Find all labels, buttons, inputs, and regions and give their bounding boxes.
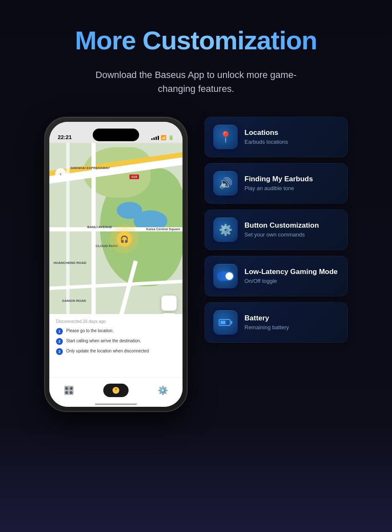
battery-fill <box>220 321 226 324</box>
battery-title: Battery <box>244 314 339 322</box>
finding-text: Finding My Earbuds Play an audible tone <box>244 175 339 192</box>
locations-desc: Earbuds locations <box>244 139 339 146</box>
instruction-list: 1 Please go to the location. 2 Start cal… <box>56 328 176 355</box>
gaming-text: Low-Latency Gaming Mode On/Off toggle <box>244 267 339 285</box>
toggle-icon <box>217 271 234 281</box>
locations-title: Locations <box>244 128 339 137</box>
toggle-knob <box>226 272 233 280</box>
wifi-icon: 📶 <box>161 135 166 140</box>
subtitle: Download the Baseus App to unlock more g… <box>91 68 301 96</box>
main-title: More Customization <box>75 25 317 55</box>
status-icons: 📶 🔋 <box>151 135 174 140</box>
feature-card-finding: 🔊 Finding My Earbuds Play an audible ton… <box>204 163 348 204</box>
speaker-icon: 🔊 <box>219 177 232 190</box>
features-list: 📍 Locations Earbuds locations 🔊 Finding … <box>204 117 348 343</box>
locations-text: Locations Earbuds locations <box>244 128 339 146</box>
tab-equalizer[interactable]: 🎛️ <box>64 385 74 395</box>
battery-icon <box>219 319 232 326</box>
instr-num-2: 2 <box>56 338 63 345</box>
feature-card-button: ⚙️ Button Customization Set your own com… <box>204 210 348 250</box>
finding-title: Finding My Earbuds <box>244 175 339 183</box>
map-label-expressway: SHENHAI EXPRESSWAY <box>70 166 110 170</box>
battery-tip <box>231 321 232 324</box>
instr-text-2: Start calling when arrive the destinatio… <box>66 338 141 344</box>
tab-settings[interactable]: ⚙️ <box>158 385 168 395</box>
location-pin-icon: 📍 <box>219 131 232 144</box>
pin-icon: 🎧 <box>120 235 129 243</box>
battery-desc: Remaining battery <box>244 324 339 331</box>
instr-num-3: 3 <box>56 348 63 355</box>
tab-bar: 🎛️ 📍 ⚙️ <box>49 377 183 407</box>
locate-button[interactable]: ⊕ <box>161 296 177 311</box>
battery-icon-wrap <box>213 310 238 335</box>
locations-icon-wrap: 📍 <box>213 125 238 149</box>
gaming-title: Low-Latency Gaming Mode <box>244 267 339 276</box>
dynamic-island <box>93 129 139 141</box>
feature-card-locations: 📍 Locations Earbuds locations <box>204 117 348 157</box>
content-area: 22:21 📶 🔋 <box>17 117 375 412</box>
page-wrapper: More Customization Download the Baseus A… <box>0 0 392 532</box>
instr-num-1: 1 <box>56 328 63 335</box>
battery-status-icon: 🔋 <box>168 135 174 140</box>
map-label-kaisa: Kaisa Central Square <box>146 227 180 231</box>
highway-badge: G15 <box>129 175 139 179</box>
gear-icon: ⚙️ <box>219 223 232 236</box>
gaming-desc: On/Off toggle <box>244 278 339 285</box>
status-time: 22:21 <box>58 134 72 140</box>
home-indicator <box>95 403 137 405</box>
location-pin: 🎧 <box>117 231 132 247</box>
instruction-item-1: 1 Please go to the location. <box>56 328 176 335</box>
finding-desc: Play an audible tone <box>244 185 339 192</box>
battery-body <box>219 319 231 326</box>
battery-text: Battery Remaining battery <box>244 314 339 331</box>
gaming-icon-wrap <box>213 264 238 288</box>
disconnected-text: Disconnected 26 days ago <box>56 319 176 324</box>
button-desc: Set your own commands <box>244 231 339 239</box>
instr-text-1: Please go to the location. <box>66 328 113 334</box>
map-back-button[interactable]: ‹ <box>55 168 66 179</box>
map-label-gangxi: GANGXI ROAD <box>62 299 86 303</box>
phone-screen: 22:21 📶 🔋 <box>49 122 183 407</box>
button-title: Button Customization <box>244 221 339 230</box>
feature-card-battery: Battery Remaining battery <box>204 302 348 343</box>
map-label-banli: BANLI AVENUE <box>87 225 112 229</box>
phone-shell: 22:21 📶 🔋 <box>44 117 188 412</box>
signal-bars-icon <box>151 136 159 140</box>
tab-location-active[interactable]: 📍 <box>103 384 129 397</box>
instruction-item-2: 2 Start calling when arrive the destinat… <box>56 338 176 345</box>
instr-text-3: Only update the location when disconnect… <box>66 348 149 354</box>
phone-mockup: 22:21 📶 🔋 <box>44 117 188 412</box>
button-icon-wrap: ⚙️ <box>213 218 238 242</box>
map-label-huancheng: HUANCHENG ROAD <box>54 261 86 265</box>
finding-icon-wrap: 🔊 <box>213 171 238 196</box>
tab-active-dot: 📍 <box>113 387 119 394</box>
instruction-item-3: 3 Only update the location when disconne… <box>56 348 176 355</box>
button-text: Button Customization Set your own comman… <box>244 221 339 239</box>
feature-card-gaming: Low-Latency Gaming Mode On/Off toggle <box>204 256 348 296</box>
